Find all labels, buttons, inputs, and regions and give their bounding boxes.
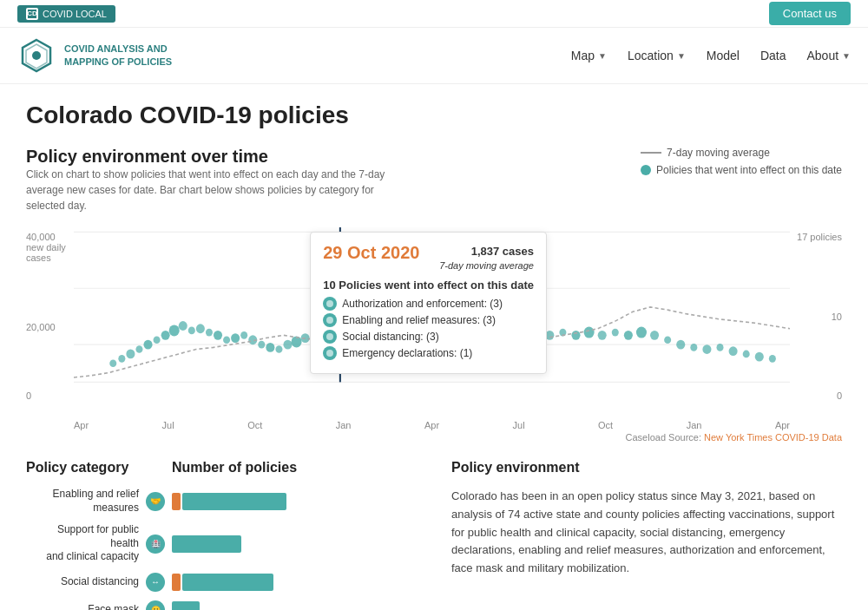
- svg-point-69: [326, 300, 333, 307]
- legend-item-line: 7-day moving average: [641, 147, 842, 159]
- legend-line-label: 7-day moving average: [667, 147, 770, 159]
- bar-wrapper-facemask: [172, 601, 417, 610]
- nav-about-label: About: [807, 49, 839, 62]
- x-label-oct2: Oct: [598, 420, 613, 430]
- bar-icon-facemask: 😷: [146, 600, 165, 610]
- svg-point-71: [326, 333, 333, 340]
- tooltip-icon-1: [323, 297, 337, 311]
- tooltip-cases-value: 1,837 cases: [439, 244, 534, 259]
- bar-label-facemask: Face mask: [26, 603, 139, 610]
- covid-local-badge: CD COVID LOCAL: [17, 5, 115, 23]
- tooltip-icon-3: [323, 330, 337, 344]
- svg-point-25: [266, 343, 274, 352]
- section-title: Policy environment over time: [26, 147, 391, 167]
- svg-point-12: [154, 336, 161, 344]
- bar-orange-social: [172, 574, 181, 591]
- svg-point-13: [161, 331, 170, 340]
- tooltip-cases: 1,837 cases 7-day moving average: [439, 244, 534, 273]
- svg-point-21: [231, 333, 240, 343]
- y-axis-right: 17 policies 10 0: [790, 227, 842, 418]
- svg-point-65: [743, 351, 750, 358]
- x-axis-labels: Apr Jul Oct Jan Apr Jul Oct Jan Apr: [26, 420, 842, 430]
- svg-point-59: [664, 336, 671, 344]
- legend-dot-label: Policies that went into effect on this d…: [656, 164, 842, 176]
- nav-links: Map ▼ Location ▼ Model Data About ▼: [571, 49, 851, 62]
- bar-label-enabling: Enabling and reliefmeasures: [26, 488, 139, 515]
- policy-category-heading: Policy category: [26, 460, 139, 476]
- caseload-source-text: Caseload Source:: [626, 432, 701, 443]
- nav-location[interactable]: Location ▼: [628, 49, 686, 62]
- svg-point-54: [598, 331, 607, 340]
- chart-tooltip: 29 Oct 2020 1,837 cases 7-day moving ave…: [310, 232, 547, 374]
- caseload-source-link[interactable]: New York Times COVID-19 Data: [704, 432, 842, 443]
- chart-legend: 7-day moving average Policies that went …: [641, 147, 842, 176]
- chart-subtitle: Click on chart to show policies that wen…: [26, 167, 391, 213]
- nav-model-label: Model: [707, 49, 740, 62]
- caseload-source: Caseload Source: New York Times COVID-19…: [26, 432, 842, 443]
- chart-area[interactable]: 29 Oct 2020 1,837 cases 7-day moving ave…: [74, 227, 790, 401]
- svg-point-64: [729, 346, 738, 356]
- svg-point-57: [636, 327, 647, 338]
- nav-data[interactable]: Data: [760, 49, 786, 62]
- svg-point-14: [169, 325, 180, 336]
- nav-data-label: Data: [760, 49, 786, 62]
- bar-icon-social: ↔: [146, 573, 165, 592]
- bar-row-social: Social distancing ↔: [26, 573, 417, 592]
- svg-point-60: [676, 340, 685, 350]
- top-bar: CD COVID LOCAL Contact us: [0, 0, 868, 28]
- y-label-10: 10: [790, 312, 842, 322]
- bar-teal-facemask: [172, 601, 200, 610]
- bar-row-support: Support for public healthand clinical ca…: [26, 523, 417, 564]
- nav-map-arrow: ▼: [598, 51, 607, 61]
- nav-map-label: Map: [571, 49, 595, 62]
- svg-point-66: [755, 352, 764, 362]
- svg-point-22: [240, 331, 247, 339]
- bar-row-enabling: Enabling and reliefmeasures 🤝: [26, 488, 417, 515]
- y-label-0r: 0: [790, 390, 842, 401]
- svg-point-16: [188, 327, 195, 335]
- tooltip-item-4: Emergency declarations: (1): [323, 346, 534, 360]
- legend-dot-indicator: [641, 165, 651, 175]
- y-label-0: 0: [26, 390, 74, 401]
- svg-point-10: [135, 345, 142, 353]
- svg-point-62: [702, 344, 711, 354]
- bar-wrapper-social: [172, 574, 417, 591]
- bar-wrapper-support: [172, 535, 417, 553]
- svg-point-2: [32, 51, 41, 60]
- bar-teal-support: [172, 535, 241, 553]
- tooltip-label-4: Emergency declarations: (1): [342, 347, 472, 359]
- svg-point-63: [716, 344, 723, 351]
- chart-container[interactable]: 40,000 new daily cases 20,000 0 17 polic…: [26, 227, 842, 443]
- bar-row-facemask: Face mask 😷: [26, 600, 417, 610]
- svg-point-9: [126, 350, 135, 359]
- page-title: Colorado COVID-19 policies: [26, 102, 842, 129]
- bar-teal-enabling: [182, 493, 286, 510]
- svg-point-26: [275, 345, 282, 353]
- svg-point-27: [283, 340, 292, 350]
- y-label-17: 17 policies: [790, 232, 842, 242]
- tooltip-label-3: Social distancing: (3): [342, 331, 438, 343]
- x-label-apr2: Apr: [424, 420, 439, 430]
- contact-us-button[interactable]: Contact us: [769, 2, 851, 25]
- policy-env-heading: Policy environment: [451, 460, 842, 476]
- nav-model[interactable]: Model: [707, 49, 740, 62]
- x-label-oct1: Oct: [247, 420, 262, 430]
- bar-wrapper-enabling: [172, 493, 417, 510]
- bar-orange-enabling: [172, 493, 181, 510]
- x-label-jan1: Jan: [336, 420, 352, 430]
- svg-point-20: [223, 336, 230, 344]
- bar-label-social: Social distancing: [26, 575, 139, 589]
- nav-about[interactable]: About ▼: [807, 49, 852, 62]
- bars-heading: Number of policies: [172, 460, 297, 476]
- svg-point-11: [143, 340, 152, 350]
- logo-text: COVID ANALYSIS AND MAPPING OF POLICIES: [64, 43, 172, 69]
- svg-point-7: [109, 359, 116, 367]
- x-label-apr3: Apr: [775, 420, 790, 430]
- badge-icon: CD: [26, 8, 38, 20]
- svg-point-17: [196, 324, 205, 333]
- tooltip-item-2: Enabling and relief measures: (3): [323, 313, 534, 327]
- nav-about-arrow: ▼: [842, 51, 851, 61]
- nav-map[interactable]: Map ▼: [571, 49, 607, 62]
- bar-chart-headers: Policy category Number of policies: [26, 460, 417, 476]
- legend-item-dot: Policies that went into effect on this d…: [641, 164, 842, 176]
